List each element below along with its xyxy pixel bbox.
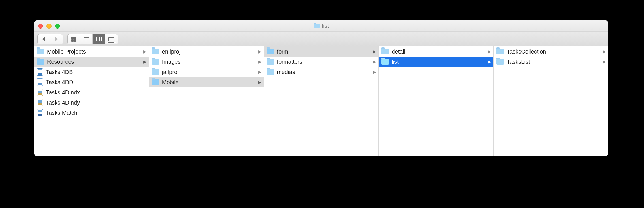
title-bar: list [34,20,608,32]
folder-icon [267,49,274,54]
folder-item[interactable]: formatters▶ [264,57,379,67]
view-switcher [67,34,118,44]
file-item[interactable]: Tasks.4DB [34,67,149,77]
close-button[interactable] [38,24,43,29]
file-icon [37,78,43,86]
file-item[interactable]: Tasks.4DD [34,77,149,87]
folder-icon [152,59,159,65]
column-browser: Mobile Projects▶Resources▶Tasks.4DBTasks… [34,46,608,156]
folder-item[interactable]: detail▶ [379,46,493,57]
folder-item[interactable]: Mobile Projects▶ [34,46,149,57]
folder-icon [267,69,274,75]
file-icon [37,68,43,76]
window-controls [38,24,60,29]
chevron-right-icon: ▶ [603,49,606,54]
item-label: ja.lproj [162,69,255,75]
folder-item[interactable]: TasksCollection▶ [494,46,608,57]
file-icon [37,99,43,106]
item-label: Images [162,59,255,65]
file-item[interactable]: Tasks.Match [34,108,149,118]
arrow-right-icon [55,37,58,41]
window-title: list [34,23,608,29]
item-label: TasksCollection [507,48,600,55]
column[interactable]: Mobile Projects▶Resources▶Tasks.4DBTasks… [34,46,149,156]
folder-icon [152,79,159,85]
folder-item[interactable]: TasksList▶ [494,57,608,67]
item-label: Tasks.Match [46,110,146,116]
folder-item[interactable]: form▶ [264,46,379,57]
gallery-view-icon [108,37,114,41]
folder-icon [496,49,504,54]
arrow-left-icon [42,37,45,41]
folder-item[interactable]: Mobile▶ [149,77,264,87]
chevron-right-icon: ▶ [258,60,261,64]
folder-icon [314,24,320,28]
item-label: form [277,48,370,55]
folder-item[interactable]: Resources▶ [34,57,149,67]
chevron-right-icon: ▶ [258,49,261,54]
folder-item[interactable]: en.lproj▶ [149,46,264,57]
chevron-right-icon: ▶ [373,49,376,54]
item-label: Tasks.4DIndx [46,89,146,96]
window-title-text: list [322,23,329,29]
folder-icon [267,59,274,65]
chevron-right-icon: ▶ [143,60,146,64]
toolbar [34,32,608,46]
forward-button[interactable] [50,34,63,44]
columns-view-icon [96,37,102,41]
item-label: Tasks.4DD [46,79,146,86]
column[interactable]: form▶formatters▶medias▶ [264,46,379,156]
finder-window: list Mobile Proj [34,20,608,156]
file-item[interactable]: Tasks.4DIndx [34,87,149,97]
item-label: list [392,59,485,65]
item-label: medias [277,69,370,75]
item-label: Mobile [162,79,255,86]
back-button[interactable] [38,34,50,44]
item-label: Mobile Projects [47,48,140,55]
column[interactable]: detail▶list▶ [379,46,494,156]
folder-icon [37,59,44,65]
chevron-right-icon: ▶ [143,49,146,54]
view-icons-button[interactable] [68,34,80,44]
chevron-right-icon: ▶ [258,80,261,84]
item-label: formatters [277,59,370,65]
item-label: en.lproj [162,48,255,55]
list-view-icon [84,37,89,41]
folder-item[interactable]: ja.lproj▶ [149,67,264,77]
item-label: Tasks.4DB [46,69,146,75]
folder-item[interactable]: list▶ [379,57,493,67]
folder-icon [381,49,389,54]
folder-icon [496,59,504,65]
nav-buttons [37,34,63,44]
fullscreen-button[interactable] [55,24,60,29]
item-label: Resources [47,59,140,65]
chevron-right-icon: ▶ [488,49,491,54]
minimize-button[interactable] [46,24,52,29]
item-label: Tasks.4DIndy [46,99,146,106]
file-icon [37,89,43,96]
file-item[interactable]: Tasks.4DIndy [34,97,149,108]
chevron-right-icon: ▶ [373,70,376,74]
chevron-right-icon: ▶ [373,60,376,64]
column[interactable]: en.lproj▶Images▶ja.lproj▶Mobile▶ [149,46,264,156]
chevron-right-icon: ▶ [258,70,261,74]
file-icon [37,109,43,116]
folder-item[interactable]: medias▶ [264,67,379,77]
icons-view-icon [71,37,76,42]
chevron-right-icon: ▶ [603,60,606,64]
column[interactable]: TasksCollection▶TasksList▶ [494,46,608,156]
folder-icon [152,49,159,54]
folder-icon [152,69,159,75]
chevron-right-icon: ▶ [488,60,491,64]
item-label: TasksList [507,59,600,65]
item-label: detail [392,48,485,55]
folder-item[interactable]: Images▶ [149,57,264,67]
view-columns-button[interactable] [93,34,105,44]
folder-icon [381,59,389,65]
view-list-button[interactable] [80,34,93,44]
folder-icon [37,49,44,54]
view-gallery-button[interactable] [105,34,118,44]
